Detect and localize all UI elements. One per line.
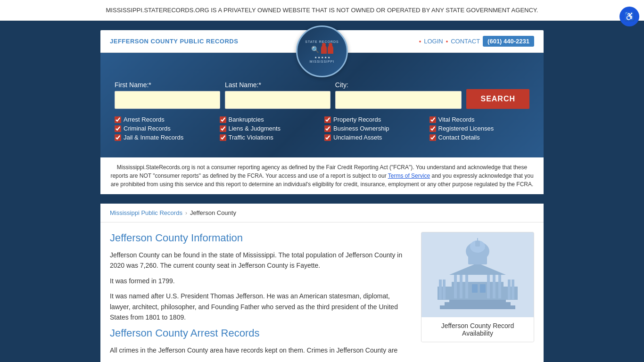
record-availability-card: Jefferson County Record Availability	[421, 232, 534, 342]
breadcrumb-chevron: ›	[185, 210, 187, 216]
checkbox-item: Vital Records	[429, 116, 530, 123]
city-label: City:	[335, 81, 462, 89]
checkbox-9[interactable]	[220, 134, 226, 141]
checkbox-10[interactable]	[324, 134, 331, 141]
login-link[interactable]: LOGIN	[424, 38, 443, 45]
notice-banner: MISSISSIPPI.STATERECORDS.ORG IS A PRIVAT…	[0, 0, 644, 21]
svg-rect-7	[487, 275, 490, 298]
logo-star-2: ★	[318, 56, 320, 59]
phone-number[interactable]: (601) 440-2231	[483, 36, 534, 47]
checkbox-label-8: Jail & Inmate Records	[124, 134, 183, 141]
main-text: Jefferson County Information Jefferson C…	[110, 232, 412, 361]
svg-rect-23	[512, 280, 514, 299]
dot-1: •	[419, 38, 421, 45]
first-name-group: First Name:*	[115, 81, 220, 109]
checkbox-label-1: Bankruptcies	[229, 116, 264, 123]
checkbox-1[interactable]	[220, 116, 226, 123]
contact-link[interactable]: CONTACT	[451, 38, 480, 45]
last-name-input[interactable]	[225, 91, 330, 109]
checkbox-4[interactable]	[115, 125, 121, 132]
checkbox-5[interactable]	[220, 125, 226, 132]
info-para-1: Jefferson County can be found in the sta…	[110, 250, 412, 271]
checkbox-label-0: Arrest Records	[124, 116, 165, 123]
logo-stars: ★ ★ ★ ★ ★	[314, 56, 330, 59]
checkbox-item: Property Records	[324, 116, 425, 123]
first-name-input[interactable]	[115, 91, 220, 109]
main-wrapper: STATE RECORDS 🔍 ★ ★ ★ ★ ★ MISSISSIPPI	[0, 21, 644, 362]
svg-rect-4	[454, 275, 457, 298]
city-input[interactable]	[335, 91, 462, 109]
dot-2: •	[446, 38, 448, 45]
checkbox-label-5: Liens & Judgments	[229, 125, 281, 132]
info-section-title: Jefferson County Information	[110, 232, 412, 244]
checkbox-label-3: Vital Records	[438, 116, 475, 123]
checkbox-3[interactable]	[429, 116, 436, 123]
svg-rect-20	[439, 280, 442, 299]
logo-person-2	[328, 45, 333, 54]
checkbox-label-4: Criminal Records	[124, 125, 171, 132]
svg-rect-9	[498, 275, 501, 298]
accessibility-icon: ♿	[624, 11, 635, 22]
logo-people	[321, 45, 333, 54]
svg-rect-14	[475, 241, 480, 247]
checkbox-item: Unclaimed Assets	[324, 134, 425, 141]
checkbox-2[interactable]	[324, 116, 331, 123]
logo-bottom-text: MISSISSIPPI	[310, 60, 335, 63]
disclaimer: Mississippi.StateRecords.org is not a co…	[100, 157, 544, 194]
page-content: Jefferson County Information Jefferson C…	[100, 222, 544, 362]
checkbox-item: Jail & Inmate Records	[115, 134, 215, 141]
svg-rect-0	[440, 305, 515, 309]
checkbox-item: Bankruptcies	[220, 116, 320, 123]
last-name-label: Last Name:*	[225, 81, 330, 89]
svg-rect-5	[460, 275, 462, 298]
breadcrumb-parent[interactable]: Mississippi Public Records	[110, 209, 182, 216]
checkbox-item: Registered Licenses	[429, 125, 530, 132]
svg-rect-21	[443, 280, 446, 299]
capitol-building-icon	[435, 237, 520, 313]
checkbox-label-2: Property Records	[333, 116, 381, 123]
search-fields: First Name:* Last Name:* City: SEARCH	[115, 81, 529, 109]
svg-rect-8	[493, 275, 495, 298]
arrest-para: All crimes in the Jefferson County area …	[110, 345, 412, 355]
checkbox-label-10: Unclaimed Assets	[333, 134, 382, 141]
card-title: JEFFERSON COUNTY PUBLIC RECORDS	[110, 38, 238, 45]
banner-text: MISSISSIPPI.STATERECORDS.ORG IS A PRIVAT…	[106, 7, 538, 14]
checkboxes-grid: Arrest RecordsBankruptciesProperty Recor…	[115, 116, 529, 141]
first-name-label: First Name:*	[115, 81, 220, 89]
checkbox-item: Arrest Records	[115, 116, 215, 123]
logo-icons: 🔍	[311, 45, 333, 54]
site-logo: STATE RECORDS 🔍 ★ ★ ★ ★ ★ MISSISSIPPI	[296, 25, 348, 77]
checkbox-7[interactable]	[429, 125, 436, 132]
checkbox-8[interactable]	[115, 134, 121, 141]
accessibility-button[interactable]: ♿	[619, 7, 639, 26]
record-card-image	[421, 232, 534, 317]
checkbox-item: Business Ownership	[324, 125, 425, 132]
breadcrumb-current: Jefferson County	[190, 209, 236, 216]
checkbox-6[interactable]	[324, 125, 331, 132]
card-header-right: • LOGIN • CONTACT (601) 440-2231	[419, 36, 534, 47]
svg-rect-6	[465, 275, 468, 298]
checkbox-item: Traffic Violations	[220, 134, 320, 141]
checkbox-label-9: Traffic Violations	[229, 134, 273, 141]
content-area: Mississippi Public Records › Jefferson C…	[100, 204, 544, 362]
logo-star-4: ★	[324, 56, 327, 59]
last-name-group: Last Name:*	[225, 81, 330, 109]
svg-rect-1	[445, 302, 511, 306]
checkbox-item: Criminal Records	[115, 125, 215, 132]
terms-of-service-link[interactable]: Terms of Service	[388, 173, 430, 179]
checkbox-0[interactable]	[115, 116, 121, 123]
search-button[interactable]: SEARCH	[466, 89, 529, 109]
logo-container: STATE RECORDS 🔍 ★ ★ ★ ★ ★ MISSISSIPPI	[296, 25, 348, 77]
info-para-2: It was formed in 1799.	[110, 276, 412, 286]
logo-star-3: ★	[321, 56, 323, 59]
info-para-3: It was named after U.S. President Thomas…	[110, 291, 412, 322]
checkbox-label-7: Registered Licenses	[438, 125, 494, 132]
checkbox-label-6: Business Ownership	[333, 125, 389, 132]
svg-marker-10	[449, 263, 506, 275]
svg-rect-17	[480, 284, 486, 293]
record-card-label: Jefferson County Record Availability	[421, 317, 534, 342]
logo-search-icon: 🔍	[311, 46, 319, 53]
checkbox-11[interactable]	[429, 134, 436, 141]
checkbox-item: Contact Details	[429, 134, 530, 141]
breadcrumb: Mississippi Public Records › Jefferson C…	[100, 204, 544, 222]
